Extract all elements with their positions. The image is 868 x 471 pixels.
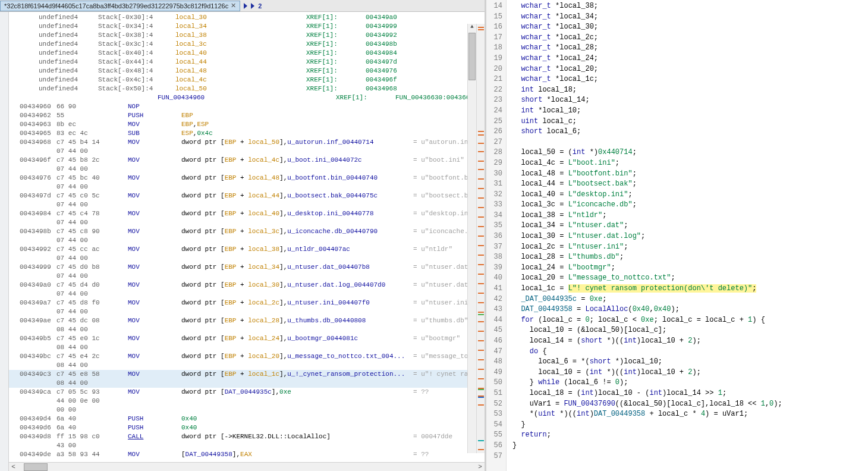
- marker[interactable]: [478, 143, 484, 144]
- code-line[interactable]: local_34 = L"ntuser.dat";: [512, 221, 868, 231]
- function-header-row[interactable]: FUN_00434960XREF[1]:FUN_00436630:004366: [9, 93, 485, 102]
- code-line[interactable]: }: [512, 441, 868, 451]
- code-line[interactable]: local_1c = L"! cynet ransom protection(d…: [512, 284, 868, 294]
- marker[interactable]: [478, 197, 484, 199]
- asm-row[interactable]: 07 44 00: [9, 272, 485, 281]
- horizontal-scrollbar[interactable]: < >: [9, 462, 485, 471]
- close-tab-icon[interactable]: ✕: [231, 2, 236, 10]
- asm-row[interactable]: 00434984c7 45 c4 78MOVdword ptr [EBP + l…: [9, 209, 485, 218]
- asm-row[interactable]: 0043497dc7 45 c0 5cMOVdword ptr [EBP + l…: [9, 191, 485, 200]
- code-line[interactable]: wchar_t *local_38;: [512, 1, 868, 12]
- marker[interactable]: [478, 331, 484, 332]
- code-line[interactable]: short local_6;: [512, 127, 868, 137]
- stack-var-row[interactable]: undefined4Stack[-0x3c]:4local_3cXREF[1]:…: [9, 40, 485, 49]
- marker[interactable]: [478, 440, 484, 441]
- asm-row[interactable]: 07 44 00: [9, 236, 485, 245]
- asm-row[interactable]: 43 00: [9, 441, 485, 450]
- marker[interactable]: [478, 397, 484, 398]
- nav-controls[interactable]: 2: [244, 2, 262, 10]
- stack-var-row[interactable]: undefined4Stack[-0x44]:4local_44XREF[1]:…: [9, 58, 485, 67]
- asm-row[interactable]: 08 44 00: [9, 379, 485, 388]
- asm-row[interactable]: 004349d66a 40PUSH0x40: [9, 423, 485, 432]
- asm-row[interactable]: 08 44 00: [9, 343, 485, 352]
- asm-row[interactable]: 00 00: [9, 406, 485, 415]
- code-line[interactable]: }: [512, 420, 868, 431]
- code-line[interactable]: local_28 = L"thumbs.db";: [512, 252, 868, 263]
- decompiler-pane[interactable]: 1415161718192021222324252627282930313233…: [486, 0, 868, 471]
- marker[interactable]: [478, 404, 484, 406]
- code-line[interactable]: local_20 = L"message_to_nottco.txt";: [512, 273, 868, 284]
- code-line[interactable]: local_40 = L"desktop.ini";: [512, 190, 868, 200]
- marker[interactable]: [478, 378, 484, 379]
- asm-row[interactable]: 0043496583 ec 4cSUBESP,0x4c: [9, 129, 485, 138]
- asm-row[interactable]: 07 44 00: [9, 200, 485, 209]
- marker[interactable]: [478, 27, 484, 28]
- stack-var-row[interactable]: undefined4Stack[-0x34]:4local_34XREF[1]:…: [9, 22, 485, 31]
- asm-row[interactable]: 0043496fc7 45 b8 2cMOVdword ptr [EBP + l…: [9, 156, 485, 165]
- marker[interactable]: [478, 161, 484, 162]
- marker[interactable]: [478, 131, 484, 132]
- code-line[interactable]: local_48 = L"bootfont.bin";: [512, 169, 868, 180]
- asm-row[interactable]: 07 44 00: [9, 165, 485, 174]
- asm-row[interactable]: 08 44 00: [9, 361, 485, 370]
- scroll-up-icon[interactable]: ▲: [468, 24, 476, 33]
- code-line[interactable]: local_18 = (int)local_10 - (int)local_14…: [512, 388, 868, 399]
- stack-var-row[interactable]: undefined4Stack[-0x50]:4local_50XREF[1]:…: [9, 84, 485, 93]
- marker[interactable]: [478, 236, 484, 237]
- asm-row[interactable]: 004349cac7 05 5c 93MOVdword ptr [DAT_004…: [9, 388, 485, 397]
- code-line[interactable]: local_10 = (&local_50)[local_c];: [512, 325, 868, 336]
- marker[interactable]: [478, 207, 484, 208]
- code-line[interactable]: local_30 = L"ntuser.dat.log";: [512, 231, 868, 242]
- code-line[interactable]: _DAT_0044935c = 0xe;: [512, 294, 868, 305]
- marker[interactable]: [478, 369, 484, 370]
- marker[interactable]: [478, 302, 484, 303]
- asm-row[interactable]: 07 44 00: [9, 147, 485, 156]
- asm-row[interactable]: 07 44 00: [9, 183, 485, 191]
- code-line[interactable]: wchar_t *local_20;: [512, 64, 868, 75]
- code-line[interactable]: int local_18;: [512, 85, 868, 96]
- asm-row[interactable]: 004349d8ff 15 98 c0CALLdword ptr [->KERN…: [9, 432, 485, 441]
- asm-row[interactable]: 08 44 00: [9, 325, 485, 334]
- code-line[interactable]: do {: [512, 347, 868, 357]
- vertical-scrollbar[interactable]: ▲: [467, 24, 476, 453]
- marker[interactable]: [478, 359, 484, 360]
- stack-var-row[interactable]: undefined4Stack[-0x40]:4local_40XREF[1]:…: [9, 49, 485, 58]
- code-line[interactable]: local_2c = L"ntuser.ini";: [512, 242, 868, 253]
- asm-row[interactable]: 00434999c7 45 d0 b8MOVdword ptr [EBP + l…: [9, 263, 485, 272]
- asm-row[interactable]: 07 44 00: [9, 307, 485, 316]
- marker[interactable]: [478, 255, 484, 256]
- marker[interactable]: [478, 245, 484, 246]
- asm-row[interactable]: 004349a7c7 45 d8 f0MOVdword ptr [EBP + l…: [9, 299, 485, 307]
- stack-var-row[interactable]: undefined4Stack[-0x4c]:4local_4cXREF[1]:…: [9, 76, 485, 84]
- code-line[interactable]: [512, 451, 868, 462]
- asm-row[interactable]: 004349dea3 58 93 44MOV[DAT_00449358],EAX…: [9, 450, 485, 459]
- marker[interactable]: [478, 29, 484, 30]
- code-line[interactable]: for (local_c = 0; local_c < 0xe; local_c…: [512, 315, 868, 326]
- marker[interactable]: [478, 226, 484, 227]
- code-line[interactable]: local_38 = L"ntldr";: [512, 211, 868, 221]
- marker[interactable]: [478, 274, 484, 275]
- asm-row[interactable]: 0043496066 90NOP: [9, 102, 485, 111]
- asm-row[interactable]: 004349aec7 45 dc 08MOVdword ptr [EBP + l…: [9, 316, 485, 325]
- asm-row[interactable]: 004349bcc7 45 e4 2cMOVdword ptr [EBP + l…: [9, 352, 485, 361]
- stack-var-row[interactable]: undefined4Stack[-0x30]:4local_30XREF[1]:…: [9, 13, 485, 22]
- code-line[interactable]: [512, 137, 868, 148]
- marker[interactable]: [478, 169, 484, 170]
- marker[interactable]: [478, 293, 484, 294]
- code-line[interactable]: *(uint *)((int)DAT_00449358 + local_c * …: [512, 409, 868, 420]
- marker[interactable]: [478, 283, 484, 284]
- asm-row[interactable]: 0043496255PUSHEBP: [9, 111, 485, 120]
- asm-row[interactable]: 00434992c7 45 cc acMOVdword ptr [EBP + l…: [9, 245, 485, 254]
- marker[interactable]: [478, 188, 484, 189]
- code-line[interactable]: wchar_t *local_24;: [512, 54, 868, 64]
- asm-row[interactable]: 004349c3c7 45 e8 58MOVdword ptr [EBP + l…: [9, 370, 485, 379]
- marker[interactable]: [478, 350, 484, 351]
- marker[interactable]: [478, 321, 484, 322]
- code-line[interactable]: local_10 = (int *)((int)local_10 + 2);: [512, 368, 868, 378]
- asm-row[interactable]: 00434968c7 45 b4 14MOVdword ptr [EBP + l…: [9, 138, 485, 147]
- code-line[interactable]: wchar_t *local_2c;: [512, 33, 868, 43]
- asm-row[interactable]: 004349d46a 40PUSH0x40: [9, 415, 485, 423]
- scroll-track[interactable]: [18, 463, 476, 472]
- code-line[interactable]: wchar_t *local_28;: [512, 43, 868, 54]
- code-line[interactable]: } while (local_6 != 0);: [512, 378, 868, 388]
